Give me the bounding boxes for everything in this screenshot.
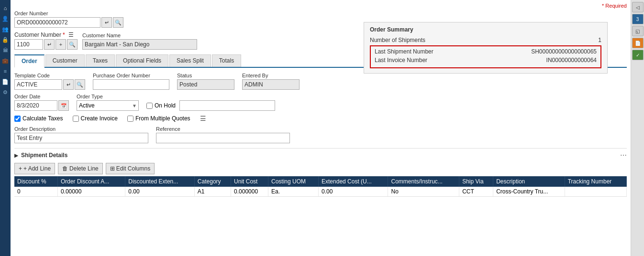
edit-columns-button[interactable]: ⊞ Edit Columns <box>106 163 155 174</box>
order-number-enter-btn[interactable]: ↵ <box>101 17 112 28</box>
shipment-options-icon[interactable]: ⋯ <box>620 151 627 159</box>
summary-shipments-row: Number of Shipments 1 <box>370 37 601 43</box>
sidebar-settings-icon[interactable]: ⚙ <box>1 88 10 96</box>
customer-menu-icon[interactable]: ☰ <box>68 32 74 38</box>
right-btn-document[interactable]: 📄 <box>632 38 644 48</box>
entered-by-label: Entered By <box>242 73 300 78</box>
tab-optional-fields[interactable]: Optional Fields <box>116 54 168 67</box>
right-btn-3[interactable]: 3 <box>632 14 644 24</box>
purchase-order-label: Purchase Order Number <box>93 73 169 78</box>
summary-last-invoice-value: IN00000000000064 <box>546 57 597 64</box>
table-row[interactable]: 0 0.00000 0.00 A1 0.000000 Ea. 0.00 No C… <box>14 187 627 197</box>
main-content: * Required Order Number ↵ 🔍 Customer Num… <box>11 0 631 256</box>
right-btn-collapse[interactable]: ◁ <box>632 2 644 12</box>
on-hold-checkbox[interactable] <box>146 103 153 109</box>
sidebar-list-icon[interactable]: ≡ <box>1 67 10 75</box>
sidebar-home-icon[interactable]: ⌂ <box>1 4 10 12</box>
top-section: Order Number ↵ 🔍 Customer Number * ☰ ↵ <box>14 11 627 54</box>
template-code-label: Template Code <box>14 73 85 78</box>
order-description-label: Order Description <box>14 126 148 132</box>
right-btn-layout[interactable]: ◱ <box>632 26 644 36</box>
status-field: Status <box>177 73 234 90</box>
col-comments: Comments/Instruc... <box>388 176 459 187</box>
order-number-search-btn[interactable]: 🔍 <box>113 17 123 28</box>
order-date-input[interactable] <box>14 100 57 111</box>
tab-customer[interactable]: Customer <box>45 54 85 67</box>
cell-comments: No <box>388 187 459 197</box>
template-code-search-btn[interactable]: 🔍 <box>75 79 85 90</box>
col-unit-cost: Unit Cost <box>231 176 268 187</box>
shipment-toolbar: + + Add Line 🗑 Delete Line ⊞ Edit Column… <box>14 163 627 174</box>
template-code-input[interactable] <box>14 79 62 90</box>
customer-add-btn[interactable]: + <box>56 39 66 50</box>
customer-number-field: Customer Number * ☰ ↵ + 🔍 <box>14 32 78 50</box>
summary-last-shipment-value: SH000000000000000065 <box>531 48 597 55</box>
create-invoice-item: Create Invoice <box>73 115 118 122</box>
left-sidebar: ⌂ 👤 👥 🔒 🏛 💼 ≡ 📄 ⚙ <box>0 0 11 256</box>
tab-taxes[interactable]: Taxes <box>86 54 115 67</box>
customer-enter-btn[interactable]: ↵ <box>44 39 55 50</box>
on-hold-input[interactable] <box>179 100 275 111</box>
order-description-input[interactable] <box>14 133 148 143</box>
order-summary-box: Order Summary Number of Shipments 1 Last… <box>364 22 608 74</box>
checkboxes-row: Calculate Taxes Create Invoice From Mult… <box>14 115 627 122</box>
from-multiple-quotes-item: From Multiple Quotes <box>127 115 190 122</box>
plus-icon: + <box>19 165 22 172</box>
purchase-order-input[interactable] <box>93 79 169 90</box>
order-number-input[interactable] <box>14 17 100 28</box>
tab-sales-split[interactable]: Sales Split <box>169 54 211 67</box>
sidebar-briefcase-icon[interactable]: 💼 <box>1 56 10 65</box>
shipment-header: ▶ Shipment Details ⋯ <box>14 148 627 161</box>
add-line-button[interactable]: + + Add Line <box>14 163 55 174</box>
order-date-input-group: 📅 <box>14 100 69 111</box>
customer-number-input-group: ↵ + 🔍 <box>14 39 78 50</box>
template-code-enter-btn[interactable]: ↵ <box>63 79 74 90</box>
on-hold-checkbox-item: On Hold <box>146 100 275 111</box>
calendar-btn[interactable]: 📅 <box>58 100 69 111</box>
right-btn-check[interactable]: ✓ <box>632 50 644 60</box>
sidebar-building-icon[interactable]: 🏛 <box>1 46 10 54</box>
col-extended-cost: Extended Cost (U... <box>319 176 388 187</box>
from-multiple-quotes-checkbox[interactable] <box>127 116 133 122</box>
cell-discounted-ext: 0.00 <box>125 187 195 197</box>
sidebar-document-icon[interactable]: 📄 <box>1 77 10 86</box>
trash-icon: 🗑 <box>62 165 68 172</box>
list-icon[interactable]: ☰ <box>200 115 206 122</box>
shipment-chevron-icon[interactable]: ▶ <box>14 153 18 158</box>
customer-name-label: Customer Name <box>82 32 197 38</box>
summary-last-invoice-label: Last Invoice Number <box>375 57 427 64</box>
calculate-taxes-label: Calculate Taxes <box>22 115 63 122</box>
on-hold-label: On Hold <box>155 102 176 109</box>
form-row-2: Order Date 📅 Order Type Active Inactive … <box>14 94 627 111</box>
customer-name-input <box>82 39 197 50</box>
reference-field: Reference <box>156 126 290 143</box>
col-costing-uom: Costing UOM <box>268 176 318 187</box>
tab-order[interactable]: Order <box>14 54 44 68</box>
reference-label: Reference <box>156 126 290 132</box>
summary-shipments-label: Number of Shipments <box>370 37 425 43</box>
columns-icon: ⊞ <box>110 165 115 172</box>
sidebar-lock-icon[interactable]: 🔒 <box>1 35 10 44</box>
sidebar-person-icon[interactable]: 👤 <box>1 14 10 23</box>
tab-totals[interactable]: Totals <box>212 54 241 67</box>
delete-line-button[interactable]: 🗑 Delete Line <box>58 163 103 174</box>
cell-extended-cost: 0.00 <box>319 187 388 197</box>
summary-last-invoice-row: Last Invoice Number IN00000000000064 <box>375 57 597 64</box>
customer-number-input[interactable] <box>14 39 43 50</box>
customer-search-btn[interactable]: 🔍 <box>67 39 78 50</box>
customer-required-star: * <box>63 32 65 38</box>
order-number-label: Order Number <box>14 11 123 16</box>
purchase-order-field: Purchase Order Number <box>93 73 169 90</box>
reference-input[interactable] <box>156 133 290 143</box>
sidebar-group-icon[interactable]: 👥 <box>1 25 10 33</box>
shipment-title-label: Shipment Details <box>21 152 67 159</box>
table-header-row: Discount % Order Discount A... Discounte… <box>14 176 627 187</box>
col-discounted-ext: Discounted Exten... <box>125 176 195 187</box>
summary-last-shipment-row: Last Shipment Number SH00000000000000006… <box>375 48 597 55</box>
calculate-taxes-checkbox[interactable] <box>14 116 21 122</box>
order-type-select[interactable]: Active Inactive Pending <box>77 100 139 111</box>
create-invoice-checkbox[interactable] <box>73 116 79 122</box>
order-type-field: Order Type Active Inactive Pending ▼ <box>77 94 139 111</box>
col-ship-via: Ship Via <box>459 176 493 187</box>
order-description-field: Order Description <box>14 126 148 143</box>
